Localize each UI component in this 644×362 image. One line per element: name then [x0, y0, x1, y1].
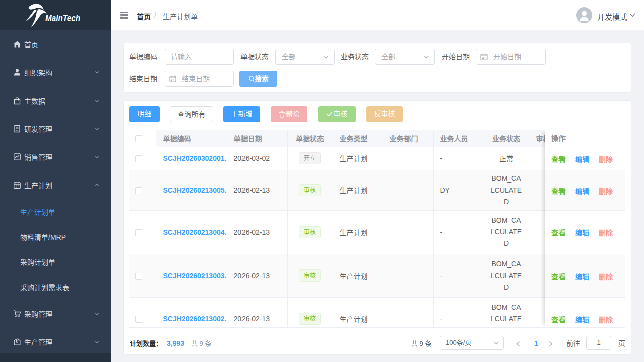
svg-text:MainTech: MainTech	[45, 13, 80, 23]
